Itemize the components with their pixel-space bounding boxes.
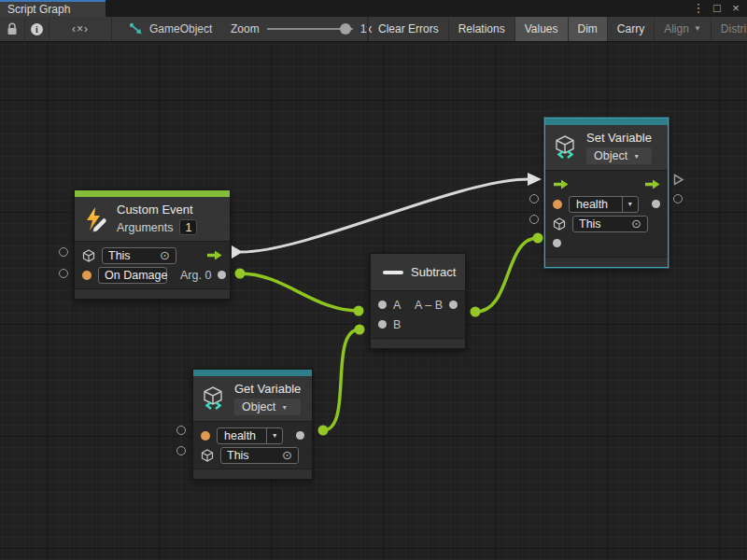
distribute-label: Distribute (721, 17, 747, 41)
node-footer (371, 338, 465, 348)
value-port-icon[interactable] (82, 271, 92, 280)
close-icon[interactable]: × (728, 1, 743, 16)
script-graph-window: Script Graph ⋮ □ × i ‹×› (0, 0, 747, 560)
flow-in-arrow-icon[interactable] (553, 179, 569, 189)
node-title: Set Variable (586, 131, 652, 145)
window-menu-icon[interactable]: ⋮ (691, 1, 706, 16)
arg0-port-label: Arg. 0 (180, 269, 211, 282)
object-picker-icon[interactable]: ⊙ (631, 217, 641, 230)
node-title: Subtract (411, 265, 456, 279)
input-b-port-icon[interactable] (378, 320, 387, 329)
edit-graph-icon: ‹×› (72, 22, 89, 35)
lock-button[interactable] (0, 17, 24, 41)
node-footer (75, 288, 230, 299)
window-controls: ⋮ □ × (691, 0, 743, 17)
port-row-event: On Damage Arg. 0 (82, 265, 222, 285)
node-custom-event[interactable]: Custom Event Arguments 1 This ⊙ (74, 189, 231, 300)
graph-toolbar: i ‹×› GameObject Zoom 1x Clear Errors Re… (0, 17, 747, 42)
chevron-down-icon: ▼ (622, 197, 638, 212)
input-a-port-icon[interactable] (378, 301, 387, 309)
target-value: This (108, 249, 131, 262)
cube-icon (553, 217, 566, 231)
port-row-target: This ⊙ (201, 445, 304, 465)
variable-name-value: health (218, 428, 266, 443)
event-name-field[interactable]: On Damage (98, 267, 167, 284)
target-field[interactable]: This ⊙ (220, 447, 299, 464)
info-button[interactable]: i (25, 17, 49, 41)
variable-name-value: health (570, 197, 622, 212)
port-row-a: A A – B (378, 295, 458, 315)
scope-value: Object (594, 149, 627, 162)
titlebar: Script Graph ⋮ □ × (0, 0, 747, 17)
variable-scope-dropdown[interactable]: Object ▼ (234, 399, 301, 415)
zoom-slider-handle[interactable] (340, 23, 351, 35)
node-set-variable[interactable]: Set Variable Object ▼ (544, 118, 669, 268)
chevron-down-icon: ▼ (266, 428, 282, 443)
variable-name-dropdown[interactable]: health ▼ (569, 196, 639, 213)
node-footer (193, 469, 312, 479)
carry-button[interactable]: Carry (607, 17, 654, 41)
relations-button[interactable]: Relations (448, 17, 514, 41)
value-port-icon[interactable] (553, 200, 562, 209)
tab-script-graph[interactable]: Script Graph (0, 0, 106, 17)
zoom-slider[interactable] (267, 28, 353, 30)
distribute-button[interactable]: Distribute ▼ (711, 17, 747, 41)
node-subtract[interactable]: Subtract A A – B B (370, 253, 466, 349)
unconnected-port[interactable] (176, 446, 186, 455)
cube-icon (201, 449, 214, 462)
unconnected-port[interactable] (673, 194, 683, 203)
lock-icon (7, 22, 18, 35)
target-field[interactable]: This ⊙ (572, 216, 648, 232)
node-footer (545, 257, 668, 267)
unconnected-port[interactable] (529, 194, 539, 203)
flow-out-arrow-icon[interactable] (644, 179, 660, 189)
info-icon: i (31, 23, 43, 35)
output-port-icon[interactable] (296, 431, 304, 440)
zoom-control: Zoom 1x (231, 17, 372, 41)
variable-scope-dropdown[interactable]: Object ▼ (586, 147, 652, 164)
event-name-value: On Damage (105, 269, 167, 282)
output-port-icon[interactable] (652, 200, 660, 208)
target-value: This (227, 449, 249, 462)
object-picker-icon[interactable]: ⊙ (282, 449, 292, 461)
node-color-strip (193, 370, 312, 376)
variable-name-dropdown[interactable]: health ▼ (217, 427, 283, 444)
gameobject-label: GameObject (149, 22, 212, 35)
graph-canvas[interactable]: Custom Event Arguments 1 This ⊙ (0, 42, 747, 560)
node-color-strip (545, 119, 668, 125)
node-title: Get Variable (234, 382, 301, 396)
input-port-icon[interactable] (553, 239, 561, 247)
unconnected-port[interactable] (529, 215, 539, 224)
node-title: Custom Event (117, 203, 197, 217)
graph-icon (129, 22, 143, 35)
object-picker-icon[interactable]: ⊙ (160, 249, 170, 261)
target-field[interactable]: This ⊙ (102, 247, 176, 264)
unconnected-port[interactable] (59, 247, 68, 257)
subtract-icon (383, 271, 403, 274)
variable-icon (554, 135, 579, 160)
arguments-count-input[interactable]: 1 (179, 219, 197, 235)
arg0-port-icon[interactable] (218, 271, 226, 279)
clear-errors-button[interactable]: Clear Errors (368, 17, 448, 41)
value-port-icon[interactable] (201, 431, 210, 441)
cube-icon (82, 249, 95, 262)
port-row-target: This ⊙ (553, 214, 660, 233)
graph-breadcrumb[interactable]: GameObject (129, 17, 212, 41)
dim-button[interactable]: Dim (568, 17, 607, 41)
values-button[interactable]: Values (514, 17, 568, 41)
output-port-icon[interactable] (449, 301, 458, 309)
node-color-strip (75, 190, 230, 197)
flow-out-arrow-icon[interactable] (206, 250, 222, 260)
maximize-icon[interactable]: □ (710, 1, 725, 16)
chevron-down-icon: ▼ (694, 17, 701, 41)
target-value: This (579, 217, 601, 231)
zoom-label: Zoom (231, 22, 260, 35)
edit-graph-button[interactable]: ‹×› (49, 17, 111, 41)
unconnected-port[interactable] (176, 426, 186, 435)
output-label: A – B (415, 299, 443, 312)
port-row-target: This ⊙ (82, 245, 222, 265)
port-row-variable: health ▼ (201, 426, 304, 445)
align-button[interactable]: Align ▼ (654, 17, 711, 41)
node-get-variable[interactable]: Get Variable Object ▼ health ▼ (192, 369, 313, 480)
unconnected-port[interactable] (59, 269, 68, 278)
